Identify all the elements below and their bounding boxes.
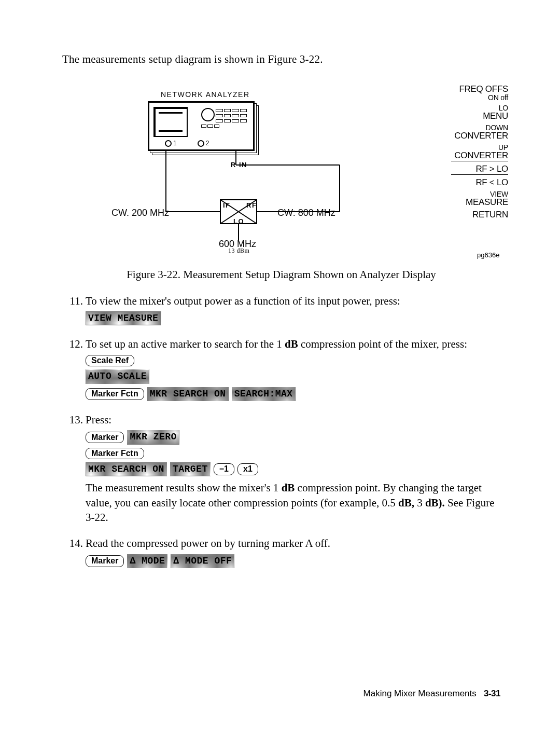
intro-paragraph: The measurements setup diagram is shown … xyxy=(62,52,500,66)
step-11: 11. To view the mixer's output power as … xyxy=(62,294,500,326)
measurement-setup-figure: NETWORK ANALYZER 1 2 xyxy=(135,85,500,261)
softkey-mkr-search-on: MKR SEARCH ON xyxy=(147,387,229,401)
step-result-text: The measurement results show the mixer's… xyxy=(86,480,500,525)
wiring-diagram xyxy=(135,85,404,261)
step-12: 12. To set up an active marker to search… xyxy=(62,337,500,401)
step-number: 12. xyxy=(62,337,83,351)
softkey-delta-mode: Δ MODE xyxy=(127,554,167,568)
softkey-auto-scale: AUTO SCALE xyxy=(86,369,149,383)
hardkey-marker-fctn: Marker Fctn xyxy=(86,388,144,400)
sk-down-converter: CONVERTER xyxy=(451,131,508,141)
sk-view-measure: MEASURE xyxy=(451,198,508,207)
step-text: To view the mixer's output power as a fu… xyxy=(86,294,500,308)
sk-rf-lt-lo: RF < LO xyxy=(451,178,508,187)
step-number: 11. xyxy=(62,294,83,308)
softkey-view-measure: VIEW MEASURE xyxy=(86,311,161,325)
step-13: 13. Press: Marker MKR ZERO Marker Fctn M… xyxy=(62,412,500,525)
hardkey-x1: x1 xyxy=(237,463,258,475)
step-number: 13. xyxy=(62,412,83,427)
page-footer: Making Mixer Measurements 3-31 xyxy=(363,689,500,699)
sk-lo-menu: MENU xyxy=(451,112,508,121)
sk-freq-offs: FREQ OFFS xyxy=(451,85,508,94)
sk-rf-gt-lo: RF > LO xyxy=(451,164,508,174)
if-label: IF xyxy=(223,201,231,210)
softkey-menu: FREQ OFFS ON off LO MENU DOWN CONVERTER … xyxy=(451,85,508,223)
softkey-mkr-search-on: MKR SEARCH ON xyxy=(86,462,167,476)
step-number: 14. xyxy=(62,536,83,551)
softkey-mkr-zero: MKR ZERO xyxy=(127,430,179,444)
softkey-target: TARGET xyxy=(170,462,211,476)
softkey-delta-mode-off: Δ MODE OFF xyxy=(171,554,234,568)
step-14: 14. Read the compressed power on by turn… xyxy=(62,536,500,568)
step-text: To set up an active marker to search for… xyxy=(86,337,500,351)
page-number: 3-31 xyxy=(484,689,500,698)
hardkey-minus-1: −1 xyxy=(214,463,234,475)
rf-label: RF xyxy=(246,201,257,210)
footer-title: Making Mixer Measurements xyxy=(363,689,477,698)
step-text: Read the compressed power on by turning … xyxy=(86,536,500,551)
softkey-search-max: SEARCH:MAX xyxy=(232,387,296,401)
sk-return: RETURN xyxy=(451,210,508,219)
r-in-label: R IN xyxy=(231,160,247,170)
hardkey-marker-fctn: Marker Fctn xyxy=(86,448,144,460)
figure-caption: Figure 3-22. Measurement Setup Diagram S… xyxy=(62,267,500,282)
hardkey-marker: Marker xyxy=(86,555,124,567)
lo-label: LO xyxy=(233,217,244,226)
hardkey-marker: Marker xyxy=(86,432,124,444)
cw-right: CW: 800 MHz xyxy=(277,207,335,219)
lo-power: 13 dBm xyxy=(228,246,249,255)
sk-up-converter: CONVERTER xyxy=(451,151,508,160)
figure-code: pg636e xyxy=(477,251,499,260)
cw-left: CW. 200 MHz xyxy=(111,207,169,219)
hardkey-scale-ref: Scale Ref xyxy=(86,355,134,367)
step-text: Press: xyxy=(86,412,500,427)
